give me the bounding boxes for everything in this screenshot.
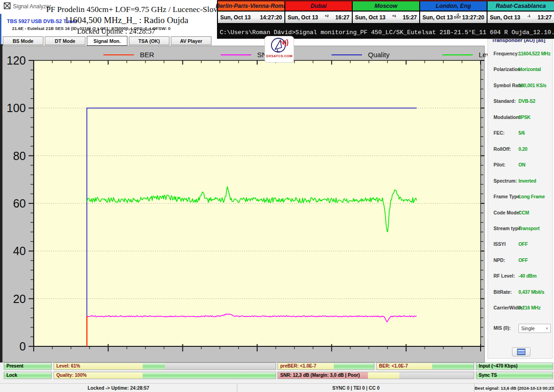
world-clocks: Berlin-Paris-Vienna-RomaSun, Oct 1314:27…	[217, 0, 554, 24]
transponder-header: Transponder (AO) [as]	[488, 39, 552, 43]
transponder-row: Stream type:Transport	[488, 226, 552, 232]
transponder-row-value: Long Frame	[518, 194, 545, 199]
transponder-row: Symbol Rate:180,001 KS/s	[488, 83, 552, 89]
bar-quality: Quality: 100%	[54, 372, 276, 379]
tab-bs-mode[interactable]: BS Mode	[3, 36, 43, 45]
clock-4: Rabat-CasablancaSun, Oct 13-113:27	[487, 1, 554, 23]
tab-tsa-ok[interactable]: TSA (OK)	[129, 36, 169, 45]
bar-syncts: Sync TS	[476, 372, 553, 379]
mis-value: Single	[521, 326, 535, 331]
transponder-row-label: RF Level:	[494, 273, 515, 279]
statusbar: Locked -> Uptime: 24:28:57 SYNC 0 | TEI …	[0, 383, 554, 392]
transponder-panel: Transponder (AO) [as] Frequency:11604,52…	[488, 39, 553, 359]
app-title: Signal Analyzer	[13, 3, 51, 10]
screen: Signal Analyzer PF Prodelin 450cm+ LOF=9…	[0, 0, 554, 392]
transponder-row-label: Frequency:	[494, 51, 519, 56]
clock-utc-offset: +1	[392, 15, 396, 18]
transponder-row-value: CCM	[518, 210, 529, 215]
transponder-row-value: Transport	[518, 226, 540, 231]
transponder-row: Standard:DVB-S2	[488, 99, 552, 105]
bar-label: SNR: 12,3 dB (Margin: 3,0 dB | Poor)	[280, 372, 360, 379]
channel-title: 11604,500 MHz_H_ : Radio Oujda	[65, 15, 188, 25]
clock-time: 15:27	[403, 14, 417, 21]
bar-zone-yellow	[368, 372, 399, 379]
dxsatcs-logo: DXSATCS.COM	[265, 36, 294, 63]
bar-present: Present	[4, 362, 52, 370]
transponder-row: Code Mode:CCM	[488, 210, 552, 217]
clock-date: Sun, Oct 13	[355, 14, 385, 21]
mis-select[interactable]: Single ▾	[518, 324, 551, 333]
legend-label: BER	[140, 51, 154, 59]
tab-av-player[interactable]: AV Player	[171, 36, 211, 45]
clock-city: Rabat-Casablanca	[496, 3, 546, 9]
transponder-row: CarrierWidth:0,216 MHz	[488, 305, 552, 312]
clock-0: Berlin-Paris-Vienna-RomaSun, Oct 1314:27…	[217, 1, 284, 23]
legend-swatch	[103, 54, 134, 55]
clock-date: Sun, Oct 13	[288, 14, 318, 21]
legend-swatch	[331, 54, 362, 55]
svg-text:100: 100	[6, 101, 26, 114]
clock-city: Dubai	[311, 3, 327, 9]
svg-text:0: 0	[19, 340, 26, 353]
transponder-row-label: Modulation:	[494, 115, 520, 120]
transponder-row-value: DVB-S2	[518, 99, 536, 104]
bar-level: Level: 61%	[54, 362, 276, 370]
clock-city: London, Eng	[436, 3, 471, 9]
transponder-row: Spectrum:Inverted	[488, 178, 552, 185]
bar-zone-green	[143, 372, 276, 379]
clock-2: MoscowSun, Oct 13+115:27	[352, 1, 419, 23]
bar-zone-green	[334, 363, 374, 369]
list-icon	[517, 349, 525, 355]
transponder-row-value: 11604,522 MHz	[518, 51, 551, 56]
transponder-row-value: 0.20	[518, 147, 527, 152]
legend-swatch	[442, 54, 473, 55]
bar-label: Level: 61%	[56, 363, 80, 369]
tab-dt-mode[interactable]: DT Mode	[45, 36, 85, 45]
svg-text:60: 60	[13, 197, 26, 210]
clock-3: London, EngSun, Oct 13-1DST13:27:20	[419, 1, 487, 23]
transponder-row-value: Horizontal	[518, 67, 541, 72]
transponder-row-label: RollOff:	[494, 147, 511, 152]
tab-signal-mon[interactable]: Signal Mon.	[87, 36, 127, 46]
transponder-row: Modulation:8PSK	[488, 115, 552, 121]
resize-grip[interactable]: ⋰	[548, 384, 553, 392]
legend-item-quality: Quality	[331, 51, 390, 59]
clock-utc-offset: +2	[325, 15, 329, 18]
clock-date: Sun, Oct 13	[490, 14, 520, 21]
statusbar-uptime: Locked -> Uptime: 24:28:57	[0, 384, 237, 392]
transponder-row: NPD:OFF	[488, 258, 552, 264]
transponder-row-label: Code Mode:	[494, 210, 521, 215]
transponder-list-button[interactable]	[512, 347, 530, 356]
transponder-row: Polarization:Horizontal	[488, 67, 552, 73]
transponder-row: Frame Type:Long Frame	[488, 194, 552, 201]
signal-analyzer-icon	[4, 2, 11, 9]
clock-dst-note: DST	[454, 16, 461, 19]
transponder-row: ISSYIOFF	[488, 242, 552, 248]
tab-bar: BS ModeDT ModeSignal Mon.TSA (OK)AV Play…	[3, 36, 211, 46]
chevron-down-icon: ▾	[546, 326, 548, 331]
locked-uptime: Locked Uptime : 24:28:57	[77, 27, 155, 36]
transponder-row: Pilot:ON	[488, 162, 552, 169]
transponder-row-label: ISSYI	[494, 242, 506, 247]
transponder-row-value: -40 dBm	[518, 273, 536, 279]
bar-snr: SNR: 12,3 dB (Margin: 3,0 dB | Poor)	[277, 372, 474, 379]
transponder-row: FEC:5/6	[488, 131, 552, 137]
clock-utc-offset: -1	[527, 15, 530, 18]
clock-time: 16:27	[335, 14, 349, 21]
svg-text:120: 120	[6, 54, 26, 67]
overlay-title: PF Prodelin 450cm+ LOF=9.75 GHz / Lucene…	[46, 5, 231, 14]
transponder-row-label: Frame Type:	[494, 194, 521, 199]
clock-city: Moscow	[374, 3, 397, 9]
transponder-row-value: 180,001 KS/s	[518, 83, 547, 88]
console-window: Berlin-Paris-Vienna-RomaSun, Oct 1314:27…	[217, 0, 554, 39]
transponder-row-label: BitRate:	[494, 290, 512, 295]
bar-label: Present	[6, 363, 24, 369]
transponder-row-value: 5/6	[518, 131, 525, 136]
transponder-row-label: NPD:	[494, 258, 505, 263]
transponder-row: BitRate:0,437 Mbit/s	[488, 290, 552, 296]
clock-time: 14:27:20	[260, 14, 282, 21]
mis-label: MIS (0):	[494, 326, 511, 331]
transponder-row-label: Spectrum:	[494, 178, 517, 184]
clock-city: Berlin-Paris-Vienna-Roma	[216, 3, 287, 9]
bar-zone-gray	[399, 372, 474, 379]
